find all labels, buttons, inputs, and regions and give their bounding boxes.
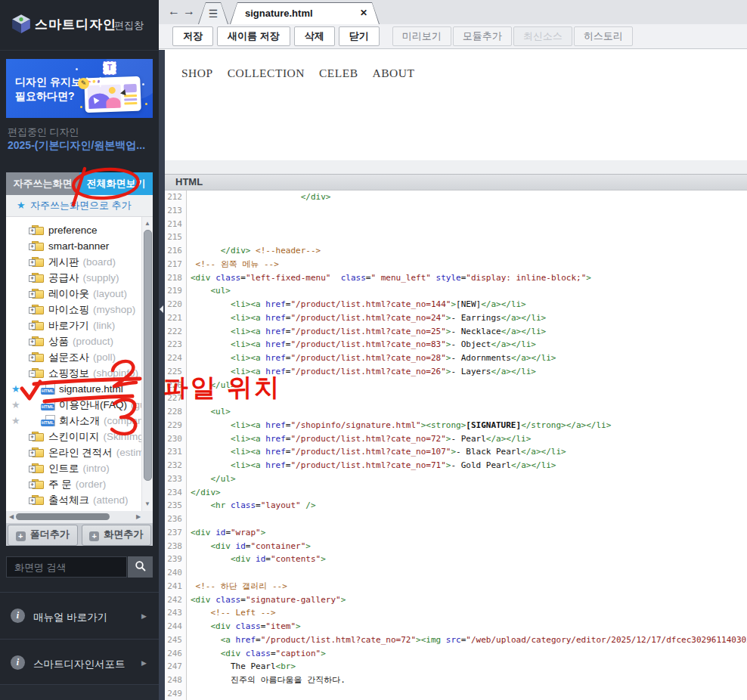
editor-tab-signature[interactable]: signature.html ✕ xyxy=(230,2,380,24)
folder-icon[interactable]: + xyxy=(30,448,44,457)
code-line: 212 </div> xyxy=(165,190,747,204)
tree-item[interactable]: +게시판(board) xyxy=(6,254,153,270)
tree-item-label: 온라인 견적서 xyxy=(48,444,113,460)
html-file-icon: HTML xyxy=(41,415,57,426)
tree-item-suffix: (supply) xyxy=(83,272,119,283)
preview-nav-item[interactable]: SHOP xyxy=(181,67,213,79)
tree-item-label: 주 문 xyxy=(48,476,72,492)
search-button[interactable] xyxy=(128,556,153,578)
tree-horizontal-scrollbar[interactable]: ◀ ▶ xyxy=(6,511,153,523)
code-line: 241 <!-- 하단 갤러리 --> xyxy=(165,580,747,593)
tree-item[interactable]: +출석체크(attend) xyxy=(6,492,153,508)
editing-design-label: 편집중인 디자인 xyxy=(8,125,79,139)
code-line: 236 xyxy=(165,513,747,526)
folder-icon[interactable]: + xyxy=(30,336,44,346)
tree-item-suffix: (board) xyxy=(83,256,116,268)
tree-item[interactable]: +상품(product) xyxy=(6,333,153,349)
code-line: 223 <li><a href="/product/list.html?cate… xyxy=(165,338,747,352)
add-to-favorites[interactable]: ★ 자주쓰는화면으로 추가 xyxy=(6,195,153,217)
toolbar-button[interactable]: 저장 xyxy=(172,26,213,46)
toolbar-button[interactable]: 미리보기 xyxy=(392,26,451,46)
folder-icon[interactable]: + xyxy=(30,225,44,235)
tree-item-suffix: (attend) xyxy=(93,494,129,506)
tree-item[interactable]: −쇼핑정보(shopinfo) xyxy=(6,365,153,381)
toolbar-button[interactable]: 삭제 xyxy=(294,26,335,46)
scroll-up-arrow-icon[interactable]: ▲ xyxy=(142,218,153,229)
tree-item[interactable]: ★HTMLsignature.html xyxy=(6,381,153,397)
folder-icon[interactable]: + xyxy=(30,321,44,330)
tree-item-label: 설문조사 xyxy=(48,349,89,365)
tree-item[interactable]: +바로가기(link) xyxy=(6,317,153,333)
folder-icon[interactable]: + xyxy=(30,463,44,473)
add-screen-button[interactable]: +화면추가 xyxy=(82,525,152,546)
screen-file-tree[interactable]: +preference+smart-banner+게시판(board)+공급사(… xyxy=(6,217,153,511)
menu-manual-link[interactable]: i 매뉴얼 바로가기 ▶ xyxy=(0,592,159,639)
tree-item[interactable]: ★HTML회사소개(company.h xyxy=(6,413,153,429)
folder-icon[interactable]: + xyxy=(30,305,44,314)
tree-vertical-scrollbar[interactable]: ▲ ▼ xyxy=(141,217,153,511)
line-number: 245 xyxy=(165,633,187,647)
tree-item[interactable]: +smart-banner xyxy=(6,238,153,254)
toolbar-button[interactable]: 히스토리 xyxy=(574,26,633,46)
favorite-star-icon[interactable]: ★ xyxy=(11,413,20,429)
favorite-star-icon[interactable]: ★ xyxy=(11,397,20,413)
toolbar-button[interactable]: 새이름 저장 xyxy=(217,26,290,46)
search-input[interactable] xyxy=(6,556,127,578)
history-forward-button[interactable]: → xyxy=(183,5,195,18)
menu-support-link[interactable]: i 스마트디자인서포트 ▶ xyxy=(0,639,159,686)
scroll-right-arrow-icon[interactable]: ▶ xyxy=(133,511,144,523)
folder-icon[interactable]: + xyxy=(30,273,44,283)
favorite-star-icon[interactable]: ★ xyxy=(11,381,20,397)
history-back-button[interactable]: ← xyxy=(168,5,180,18)
tab-favorite-screens[interactable]: 자주쓰는화면 xyxy=(6,172,79,195)
tree-item-label: 출석체크 xyxy=(48,492,89,508)
code-line: 216 </div> <!--header--> xyxy=(165,244,747,258)
tree-item[interactable]: +스킨이미지(SkinImg) xyxy=(6,429,153,444)
editor-gap xyxy=(165,160,747,174)
code-line: 237<div id="wrap"> xyxy=(165,526,747,540)
folder-icon[interactable]: + xyxy=(30,257,44,267)
line-number: 212 xyxy=(165,190,187,204)
tree-item-label: 쇼핑정보 xyxy=(48,365,89,381)
tree-item[interactable]: +온라인 견적서(estimat xyxy=(6,444,153,460)
collapse-arrow-icon[interactable] xyxy=(160,305,163,313)
toolbar-button[interactable]: 닫기 xyxy=(339,26,380,46)
tab-close-icon[interactable]: ✕ xyxy=(360,8,367,18)
preview-nav-item[interactable]: COLLECTION xyxy=(228,67,305,79)
folder-icon[interactable]: + xyxy=(30,495,44,505)
folder-open-icon[interactable]: − xyxy=(30,368,44,378)
scroll-down-arrow-icon[interactable]: ▼ xyxy=(142,499,153,510)
tree-item[interactable]: +preference xyxy=(6,222,153,238)
tab-list-button[interactable]: ☰ xyxy=(198,2,228,24)
tree-item[interactable]: ★HTML이용안내(FAQ)(guide xyxy=(6,397,153,413)
folder-icon[interactable]: + xyxy=(30,432,44,441)
tree-item[interactable]: +설문조사(poll) xyxy=(6,349,153,365)
tree-item[interactable]: +주 문(order) xyxy=(6,476,153,492)
tree-item[interactable]: +마이쇼핑(myshop) xyxy=(6,302,153,317)
html-section-header: HTML xyxy=(165,174,747,190)
tree-hscroll-thumb[interactable] xyxy=(16,513,110,520)
sidebar-collapse-strip[interactable] xyxy=(159,50,165,700)
preview-nav-item[interactable]: ABOUT xyxy=(373,67,415,79)
code-line: 226 </ul> xyxy=(165,379,747,392)
add-folder-button[interactable]: +폴더추가 xyxy=(8,525,78,546)
preview-nav-item[interactable]: CELEB xyxy=(319,67,358,79)
folder-icon[interactable]: + xyxy=(30,289,44,299)
tree-item[interactable]: +공급사(supply) xyxy=(6,270,153,286)
html-code-editor[interactable]: 212 </div>213214215216 </div> <!--header… xyxy=(165,190,747,700)
folder-icon[interactable]: + xyxy=(30,241,44,251)
folder-icon[interactable]: + xyxy=(30,479,44,489)
tree-actions: +폴더추가 +화면추가 xyxy=(6,523,153,546)
tree-item[interactable]: +레이아웃(layout) xyxy=(6,286,153,302)
maintenance-ad-banner[interactable]: 디자인 유지보수가 필요하다면? T ✎ xyxy=(6,59,153,118)
code-line: 248 진주의 아름다움을 간직하다. xyxy=(165,674,747,687)
toolbar-button[interactable]: 모듈추가 xyxy=(453,26,512,46)
tree-item[interactable]: +인트로(intro) xyxy=(6,460,153,476)
scroll-left-arrow-icon[interactable]: ◀ xyxy=(6,511,17,523)
tab-all-screens[interactable]: 전체화면보기 xyxy=(79,172,153,195)
editor-tabbar: ← → ☰ signature.html ✕ xyxy=(159,0,747,24)
folder-icon[interactable]: + xyxy=(30,352,44,362)
tree-vscroll-thumb[interactable] xyxy=(144,230,152,481)
editing-design-name[interactable]: 2025-(기본디자인/원본백업... xyxy=(8,139,145,153)
code-line: 229 <li><a href="/shopinfo/signature.htm… xyxy=(165,419,747,432)
